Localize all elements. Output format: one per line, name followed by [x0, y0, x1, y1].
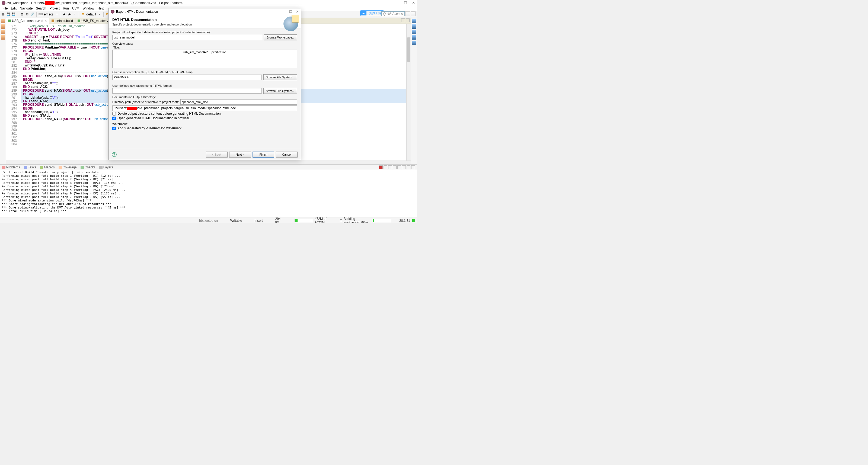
maximize-button[interactable]: ☐ — [404, 1, 407, 5]
close-button[interactable]: ✕ — [412, 1, 415, 5]
db-icon[interactable] — [412, 41, 416, 45]
menu-file[interactable]: File — [1, 6, 9, 10]
status-memory: 472M of 3072M — [294, 217, 332, 224]
open-icon[interactable] — [402, 165, 406, 169]
tab-coverage[interactable]: Coverage — [57, 165, 79, 169]
browse-fs-button-1[interactable]: Browse File System... — [264, 74, 297, 80]
dvt-perspective-icon[interactable] — [411, 11, 415, 16]
maximize-view-icon[interactable] — [406, 19, 410, 22]
cancel-button[interactable]: Cancel — [276, 152, 298, 158]
display-icon[interactable] — [397, 165, 401, 169]
status-version: 20.1.31 — [399, 219, 410, 223]
save-all-icon[interactable]: 💾 — [11, 12, 16, 16]
pin-icon[interactable] — [393, 165, 397, 169]
font-inc[interactable]: A+ — [63, 12, 67, 16]
export-dialog: Export HTML Documentation ☐ ✕ DVT HTML D… — [108, 8, 301, 160]
status-build: Building workspace: (5%) — [340, 217, 391, 224]
menu-uvm[interactable]: UVM — [71, 6, 81, 10]
keymap-icon[interactable]: ⌨ — [38, 12, 43, 16]
copy-icon[interactable] — [1, 24, 5, 29]
min-icon[interactable] — [407, 165, 410, 169]
view-stack-right — [411, 18, 416, 164]
folder-icon[interactable] — [1, 19, 5, 23]
upload-widget[interactable]: ☁ 拖拽上传 — [360, 10, 384, 16]
types-icon[interactable] — [412, 24, 416, 29]
inst-icon[interactable] — [412, 30, 416, 34]
perspective-icon[interactable] — [405, 11, 410, 16]
dialog-titlebar[interactable]: Export HTML Documentation ☐ ✕ — [108, 8, 301, 15]
bottom-tabs: Problems Tasks Macros Coverage Checks La… — [0, 164, 416, 170]
keymap-dropdown[interactable] — [55, 12, 59, 16]
scrollbar-horizontal[interactable] — [6, 161, 411, 164]
profile-dropdown[interactable] — [97, 12, 101, 16]
overview-section: Overview page: — [112, 42, 297, 45]
minimize-button[interactable]: — — [396, 1, 399, 5]
next-button[interactable]: Next > — [229, 152, 251, 158]
project-label: Project (if not specified, defaults to e… — [112, 31, 297, 34]
max-icon[interactable] — [411, 165, 415, 169]
new-icon[interactable]: ▦ — [1, 12, 5, 16]
status-bar: bbs.eetop.cn Writable Insert 294 : 53 47… — [0, 218, 416, 223]
menu-edit[interactable]: Edit — [9, 6, 18, 10]
minimize-view-icon[interactable] — [401, 19, 405, 22]
perspective-switcher[interactable] — [405, 11, 415, 16]
fullpath-display: C:\Users\\dvt_predefined_projects_target… — [112, 105, 297, 111]
window-title-pre: dvt_workspace - C:\Users\ — [6, 1, 45, 5]
lib-icon[interactable] — [412, 35, 416, 40]
open-checkbox[interactable]: Open generated HTML Documentation in bro… — [112, 116, 297, 120]
vhd-icon — [8, 20, 11, 22]
hier-icon[interactable] — [1, 30, 5, 34]
title-input[interactable]: usb_sim_modelAPI Specification — [112, 49, 297, 68]
tab-tasks[interactable]: Tasks — [22, 165, 38, 169]
close-icon[interactable]: ✕ — [45, 19, 47, 22]
browse-workspace-button[interactable]: Browse Workspace... — [264, 34, 297, 40]
finish-button[interactable]: Finish — [252, 152, 274, 158]
project-input[interactable] — [112, 35, 262, 40]
menu-window[interactable]: Window — [81, 6, 95, 10]
menu-project[interactable]: Project — [48, 6, 61, 10]
build-icon[interactable]: ⬒ — [20, 12, 24, 16]
browse-fs-button-2[interactable]: Browse File System... — [264, 88, 297, 94]
fold-gutter[interactable] — [18, 24, 21, 161]
tab-macros[interactable]: Macros — [38, 165, 56, 169]
dirpath-input[interactable] — [180, 99, 297, 105]
dialog-max-icon[interactable]: ☐ — [289, 10, 292, 13]
tree-icon[interactable]: ⊞ — [25, 12, 29, 16]
dialog-subtitle: Specify project, documentation overview … — [112, 23, 193, 26]
dialog-body: Project (if not specified, defaults to e… — [108, 29, 301, 149]
menu-help[interactable]: Help — [96, 6, 105, 10]
link-icon[interactable]: 🔗 — [30, 12, 34, 16]
tab-label: USB_FS_master.vhd — [82, 19, 112, 23]
tab-usb-commands[interactable]: USB_Commands.vhd ✕ — [6, 18, 50, 24]
chip-icon[interactable] — [1, 35, 5, 40]
menu-search[interactable]: Search — [34, 6, 48, 10]
profile-label[interactable]: default — [86, 12, 96, 16]
stop-icon[interactable] — [379, 165, 383, 169]
tab-problems[interactable]: Problems — [1, 165, 22, 169]
font-dropdown[interactable] — [72, 12, 77, 16]
delete-checkbox[interactable]: Delete output directory content before g… — [112, 112, 297, 115]
font-dec[interactable]: A- — [68, 12, 71, 16]
dialog-icon — [111, 10, 115, 13]
tab-checks[interactable]: Checks — [79, 165, 97, 169]
keymap-label[interactable]: emacs — [44, 12, 54, 16]
console-output[interactable]: DVT Internal Build Console for project [… — [0, 170, 416, 217]
dialog-close-icon[interactable]: ✕ — [296, 10, 299, 13]
outline-icon[interactable] — [412, 19, 416, 23]
quick-access-input[interactable]: Quick Access — [381, 11, 405, 16]
lock-icon[interactable] — [388, 165, 392, 169]
watermark-checkbox[interactable]: Add "Generated by <username>" watermark — [112, 126, 297, 130]
gear-icon[interactable]: ⚙ — [81, 12, 85, 16]
clear-icon[interactable] — [383, 165, 388, 169]
menu-run[interactable]: Run — [62, 6, 70, 10]
tab-layers[interactable]: Layers — [98, 165, 115, 169]
scrollbar-vertical[interactable] — [406, 24, 411, 161]
save-icon[interactable]: 💾 — [6, 12, 10, 16]
nav-input[interactable] — [112, 88, 262, 94]
odf-label: Overview description file (i.e. README.t… — [112, 70, 297, 74]
help-icon[interactable]: ? — [112, 152, 117, 157]
odf-input[interactable] — [112, 74, 262, 80]
tab-default-build[interactable]: default.build — [50, 18, 75, 24]
menu-navigate[interactable]: Navigate — [19, 6, 34, 10]
window-titlebar: dvt_workspace - C:\Users\ xx \dvt_predef… — [0, 0, 416, 6]
